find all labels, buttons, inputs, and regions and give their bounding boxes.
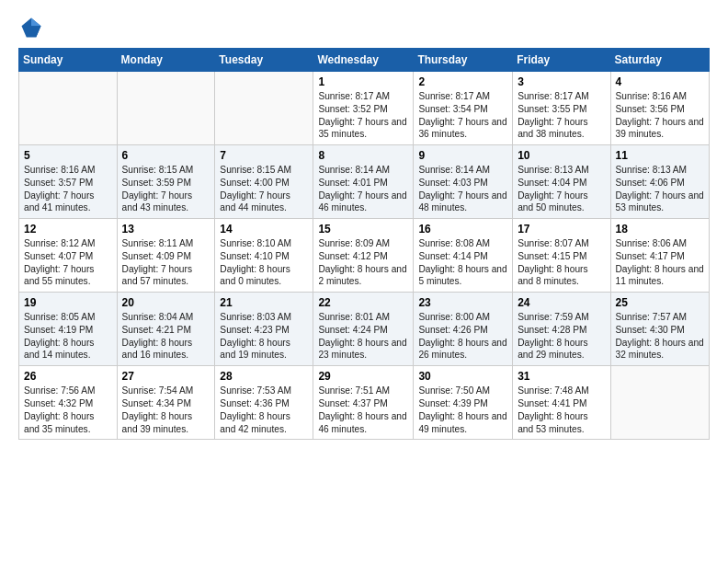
day-number: 10 [518,149,605,162]
day-info: Sunrise: 8:06 AM Sunset: 4:17 PM Dayligh… [616,237,704,288]
day-number: 30 [418,370,507,383]
col-friday: Friday [513,49,610,72]
calendar-cell: 11Sunrise: 8:13 AM Sunset: 4:06 PM Dayli… [610,145,709,219]
calendar-cell: 10Sunrise: 8:13 AM Sunset: 4:04 PM Dayli… [513,145,610,219]
calendar-cell: 16Sunrise: 8:08 AM Sunset: 4:14 PM Dayli… [414,219,513,293]
day-info: Sunrise: 7:57 AM Sunset: 4:30 PM Dayligh… [616,311,704,362]
day-info: Sunrise: 8:01 AM Sunset: 4:24 PM Dayligh… [318,311,408,362]
day-number: 8 [318,149,408,162]
day-info: Sunrise: 8:13 AM Sunset: 4:06 PM Dayligh… [616,164,704,214]
day-info: Sunrise: 8:05 AM Sunset: 4:19 PM Dayligh… [24,311,112,362]
calendar-cell: 19Sunrise: 8:05 AM Sunset: 4:19 PM Dayli… [19,293,118,366]
calendar-cell [117,72,215,145]
day-number: 23 [418,296,507,309]
day-number: 22 [318,296,408,309]
calendar-cell: 12Sunrise: 8:12 AM Sunset: 4:07 PM Dayli… [19,219,118,293]
day-info: Sunrise: 8:14 AM Sunset: 4:01 PM Dayligh… [318,164,408,214]
day-info: Sunrise: 8:14 AM Sunset: 4:03 PM Dayligh… [418,164,507,214]
day-number: 21 [220,296,308,309]
logo-icon [18,15,44,40]
calendar-cell: 18Sunrise: 8:06 AM Sunset: 4:17 PM Dayli… [610,219,709,293]
day-info: Sunrise: 8:07 AM Sunset: 4:15 PM Dayligh… [518,237,605,288]
day-number: 15 [318,223,408,236]
day-number: 5 [24,149,112,162]
day-number: 19 [24,296,112,309]
day-info: Sunrise: 8:12 AM Sunset: 4:07 PM Dayligh… [24,237,112,288]
day-number: 3 [518,75,605,88]
calendar-cell: 24Sunrise: 7:59 AM Sunset: 4:28 PM Dayli… [513,293,610,366]
day-info: Sunrise: 7:56 AM Sunset: 4:32 PM Dayligh… [24,385,112,435]
day-number: 9 [418,149,507,162]
calendar-cell: 22Sunrise: 8:01 AM Sunset: 4:24 PM Dayli… [313,293,414,366]
day-info: Sunrise: 8:16 AM Sunset: 3:57 PM Dayligh… [24,164,112,214]
calendar-cell: 7Sunrise: 8:15 AM Sunset: 4:00 PM Daylig… [215,145,313,219]
day-info: Sunrise: 7:54 AM Sunset: 4:34 PM Dayligh… [122,385,210,435]
calendar-cell: 25Sunrise: 7:57 AM Sunset: 4:30 PM Dayli… [610,293,709,366]
calendar-cell: 13Sunrise: 8:11 AM Sunset: 4:09 PM Dayli… [117,219,215,293]
calendar-cell: 28Sunrise: 7:53 AM Sunset: 4:36 PM Dayli… [215,366,313,440]
day-info: Sunrise: 7:48 AM Sunset: 4:41 PM Dayligh… [518,385,605,435]
col-saturday: Saturday [610,49,709,72]
calendar-cell: 20Sunrise: 8:04 AM Sunset: 4:21 PM Dayli… [117,293,215,366]
day-number: 31 [518,370,605,383]
day-info: Sunrise: 8:13 AM Sunset: 4:04 PM Dayligh… [518,164,605,214]
calendar-cell: 3Sunrise: 8:17 AM Sunset: 3:55 PM Daylig… [513,72,610,145]
day-info: Sunrise: 8:00 AM Sunset: 4:26 PM Dayligh… [418,311,507,362]
day-info: Sunrise: 8:16 AM Sunset: 3:56 PM Dayligh… [616,90,704,141]
day-number: 27 [122,370,210,383]
day-info: Sunrise: 8:17 AM Sunset: 3:54 PM Dayligh… [418,90,507,141]
day-number: 20 [122,296,210,309]
day-number: 2 [418,75,507,88]
day-number: 28 [220,370,308,383]
day-info: Sunrise: 7:53 AM Sunset: 4:36 PM Dayligh… [220,385,308,435]
day-number: 1 [318,75,408,88]
calendar-cell: 4Sunrise: 8:16 AM Sunset: 3:56 PM Daylig… [610,72,709,145]
calendar-cell: 15Sunrise: 8:09 AM Sunset: 4:12 PM Dayli… [313,219,414,293]
day-info: Sunrise: 8:09 AM Sunset: 4:12 PM Dayligh… [318,237,408,288]
day-number: 7 [220,149,308,162]
day-number: 12 [24,223,112,236]
day-info: Sunrise: 8:17 AM Sunset: 3:52 PM Dayligh… [318,90,408,141]
day-number: 13 [122,223,210,236]
calendar-cell [19,72,118,145]
col-monday: Monday [117,49,215,72]
day-number: 4 [616,75,704,88]
day-info: Sunrise: 8:15 AM Sunset: 3:59 PM Dayligh… [122,164,210,214]
col-wednesday: Wednesday [313,49,414,72]
day-info: Sunrise: 8:04 AM Sunset: 4:21 PM Dayligh… [122,311,210,362]
calendar-cell: 21Sunrise: 8:03 AM Sunset: 4:23 PM Dayli… [215,293,313,366]
calendar-table: Sunday Monday Tuesday Wednesday Thursday… [18,48,710,440]
calendar-header-row: Sunday Monday Tuesday Wednesday Thursday… [19,49,710,72]
calendar-cell: 1Sunrise: 8:17 AM Sunset: 3:52 PM Daylig… [313,72,414,145]
day-info: Sunrise: 8:08 AM Sunset: 4:14 PM Dayligh… [418,237,507,288]
day-number: 11 [616,149,704,162]
col-tuesday: Tuesday [215,49,313,72]
day-info: Sunrise: 8:11 AM Sunset: 4:09 PM Dayligh… [122,237,210,288]
day-number: 6 [122,149,210,162]
calendar-cell: 29Sunrise: 7:51 AM Sunset: 4:37 PM Dayli… [313,366,414,440]
day-number: 17 [518,223,605,236]
logo [18,15,48,40]
calendar-cell: 26Sunrise: 7:56 AM Sunset: 4:32 PM Dayli… [19,366,118,440]
day-number: 18 [616,223,704,236]
header [18,15,710,40]
calendar-week-row: 26Sunrise: 7:56 AM Sunset: 4:32 PM Dayli… [19,366,710,440]
day-number: 29 [318,370,408,383]
day-info: Sunrise: 8:15 AM Sunset: 4:00 PM Dayligh… [220,164,308,214]
calendar-week-row: 12Sunrise: 8:12 AM Sunset: 4:07 PM Dayli… [19,219,710,293]
day-info: Sunrise: 8:10 AM Sunset: 4:10 PM Dayligh… [220,237,308,288]
calendar-week-row: 5Sunrise: 8:16 AM Sunset: 3:57 PM Daylig… [19,145,710,219]
calendar-cell: 30Sunrise: 7:50 AM Sunset: 4:39 PM Dayli… [414,366,513,440]
calendar-cell: 9Sunrise: 8:14 AM Sunset: 4:03 PM Daylig… [414,145,513,219]
calendar-cell: 31Sunrise: 7:48 AM Sunset: 4:41 PM Dayli… [513,366,610,440]
calendar-cell: 27Sunrise: 7:54 AM Sunset: 4:34 PM Dayli… [117,366,215,440]
day-number: 24 [518,296,605,309]
calendar-cell: 6Sunrise: 8:15 AM Sunset: 3:59 PM Daylig… [117,145,215,219]
calendar-cell: 8Sunrise: 8:14 AM Sunset: 4:01 PM Daylig… [313,145,414,219]
day-number: 14 [220,223,308,236]
day-info: Sunrise: 8:17 AM Sunset: 3:55 PM Dayligh… [518,90,605,141]
day-number: 25 [616,296,704,309]
calendar-cell: 14Sunrise: 8:10 AM Sunset: 4:10 PM Dayli… [215,219,313,293]
col-sunday: Sunday [19,49,118,72]
calendar-cell: 23Sunrise: 8:00 AM Sunset: 4:26 PM Dayli… [414,293,513,366]
